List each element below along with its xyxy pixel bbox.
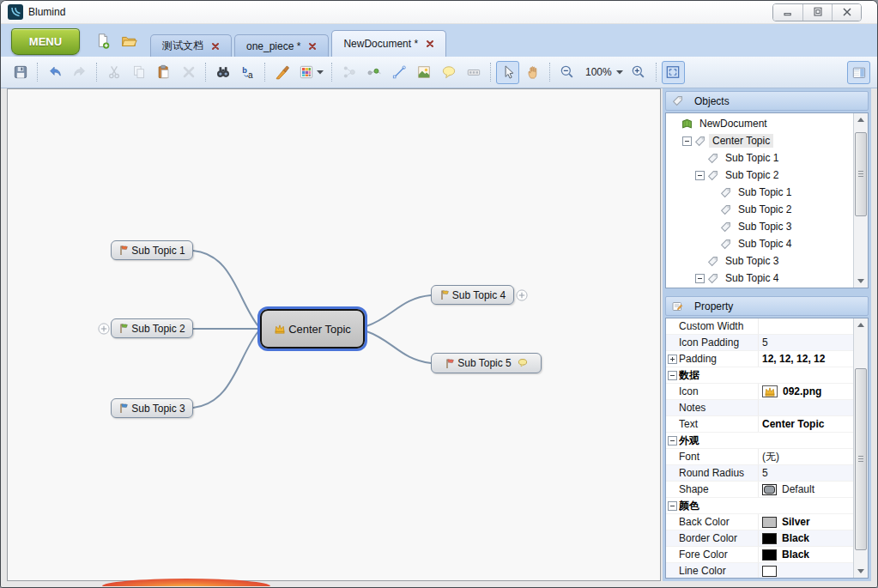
paste-button[interactable] [152, 61, 175, 84]
property-value[interactable]: Black [758, 530, 853, 546]
tree-item-9[interactable]: Sub Topic 3 [666, 252, 853, 270]
property-value[interactable] [758, 400, 853, 415]
scroll-up-icon[interactable] [854, 318, 868, 331]
save-button[interactable] [9, 61, 32, 84]
tree-item-1[interactable]: NewDocument [666, 115, 853, 132]
tree-item-2[interactable]: Center Topic [666, 132, 853, 149]
mindmap-node-sub4[interactable]: Sub Topic 4 [431, 285, 514, 305]
note-button[interactable] [437, 61, 460, 84]
tree-item-6[interactable]: Sub Topic 2 [666, 201, 853, 218]
insert-topic-button[interactable] [337, 61, 360, 84]
node-note-icon[interactable] [518, 358, 528, 368]
zoom-out-button[interactable] [555, 61, 578, 84]
property-row-Round Radius[interactable]: Round Radius5 [666, 465, 853, 482]
property-row-Fore Color[interactable]: Fore ColorBlack [666, 547, 853, 563]
property-row-外观[interactable]: 外观 [666, 433, 853, 449]
property-row-Icon[interactable]: Icon092.png [666, 384, 853, 400]
objects-tree-scrollbar[interactable] [853, 113, 868, 288]
property-row-Back Color[interactable]: Back ColorSilver [666, 514, 853, 530]
collapse-icon[interactable] [695, 171, 705, 180]
tab-close-icon[interactable] [426, 39, 434, 48]
tree-item-10[interactable]: Sub Topic 4 [666, 270, 853, 287]
image-button[interactable] [412, 61, 435, 84]
mindmap-canvas[interactable]: Sub Topic 1Sub Topic 2Sub Topic 3Center … [7, 88, 661, 581]
property-row-Text[interactable]: TextCenter Topic [666, 416, 853, 433]
property-row-Notes[interactable]: Notes [666, 400, 853, 416]
property-scrollbar[interactable] [853, 318, 868, 578]
property-row-数据[interactable]: 数据 [666, 367, 853, 384]
delete-button[interactable] [177, 61, 200, 84]
relation-button[interactable] [362, 61, 385, 84]
property-value[interactable]: 092.png [758, 384, 853, 399]
menu-button[interactable]: MENU [11, 28, 80, 55]
tree-item-7[interactable]: Sub Topic 3 [666, 218, 853, 235]
close-button[interactable] [832, 4, 861, 21]
fit-window-button[interactable] [662, 61, 685, 84]
collapse-icon[interactable] [682, 136, 692, 146]
zoom-level-button[interactable]: 100% [580, 61, 626, 84]
property-value[interactable] [758, 563, 853, 578]
mindmap-node-sub5[interactable]: Sub Topic 5 [431, 353, 542, 373]
maximize-button[interactable] [802, 4, 832, 21]
scrollbar-thumb[interactable] [855, 368, 867, 550]
scroll-down-icon[interactable] [854, 275, 868, 288]
tab-3[interactable]: NewDocument * [331, 30, 446, 57]
mindmap-node-sub3[interactable]: Sub Topic 3 [111, 398, 193, 418]
property-value[interactable]: Black [758, 547, 853, 562]
zoom-in-button[interactable] [627, 61, 651, 84]
pan-button[interactable] [521, 61, 544, 84]
property-row-Icon Padding[interactable]: Icon Padding5 [666, 335, 853, 351]
mindmap-node-sub1[interactable]: Sub Topic 1 [111, 240, 193, 260]
tab-1[interactable]: 测试文档 [150, 34, 232, 57]
tree-item-4[interactable]: Sub Topic 2 [666, 167, 853, 184]
expand-handle-icon[interactable] [516, 289, 528, 301]
property-value[interactable]: 5 [758, 335, 853, 350]
property-value[interactable]: 5 [758, 465, 853, 481]
find-button[interactable] [211, 61, 234, 84]
collapse-icon[interactable] [666, 501, 679, 511]
property-row-Line Color[interactable]: Line Color [666, 563, 853, 578]
collapse-icon[interactable] [695, 274, 705, 283]
redo-button[interactable] [68, 61, 91, 84]
tab-close-icon[interactable] [308, 42, 317, 51]
copy-button[interactable] [127, 61, 150, 84]
property-row-颜色[interactable]: 颜色 [666, 498, 853, 514]
collapse-icon[interactable] [666, 436, 679, 446]
mindmap-node-center[interactable]: Center Topic [260, 309, 365, 349]
replace-button[interactable]: ba [236, 61, 259, 84]
collapse-icon[interactable] [666, 371, 679, 380]
format-brush-button[interactable] [270, 61, 294, 84]
cut-button[interactable] [102, 61, 125, 84]
tree-item-8[interactable]: Sub Topic 4 [666, 235, 853, 252]
property-value[interactable] [758, 318, 853, 334]
scroll-up-icon[interactable] [854, 113, 868, 126]
expand-icon[interactable] [666, 355, 679, 364]
property-value[interactable]: Silver [758, 514, 853, 530]
progress-button[interactable] [462, 61, 485, 84]
tab-close-icon[interactable] [211, 42, 220, 51]
line-button[interactable] [387, 61, 410, 84]
minimize-button[interactable] [773, 4, 802, 21]
property-row-Custom Width[interactable]: Custom Width [666, 318, 853, 335]
undo-button[interactable] [43, 61, 66, 84]
open-document-button[interactable] [119, 32, 138, 51]
scroll-down-icon[interactable] [854, 565, 868, 578]
panel-toggle-button[interactable] [847, 61, 870, 84]
expand-handle-icon[interactable] [98, 323, 110, 335]
property-row-Shape[interactable]: ShapeDefault [666, 482, 853, 498]
property-row-Padding[interactable]: Padding12, 12, 12, 12 [666, 351, 853, 367]
mindmap-node-sub2[interactable]: Sub Topic 2 [111, 318, 193, 338]
tree-item-3[interactable]: Sub Topic 1 [666, 149, 853, 167]
property-value[interactable]: 12, 12, 12, 12 [758, 351, 853, 367]
property-value[interactable]: (无) [758, 449, 853, 464]
tree-item-5[interactable]: Sub Topic 1 [666, 184, 853, 201]
scrollbar-thumb[interactable] [855, 132, 867, 216]
property-value[interactable]: Default [758, 482, 853, 497]
select-button[interactable] [496, 61, 519, 84]
property-row-Font[interactable]: Font(无) [666, 449, 853, 465]
tab-2[interactable]: one_piece * [234, 34, 329, 57]
property-row-Border Color[interactable]: Border ColorBlack [666, 530, 853, 547]
color-palette-button[interactable] [295, 61, 326, 84]
property-value[interactable]: Center Topic [758, 416, 853, 432]
new-document-button[interactable] [94, 32, 112, 51]
